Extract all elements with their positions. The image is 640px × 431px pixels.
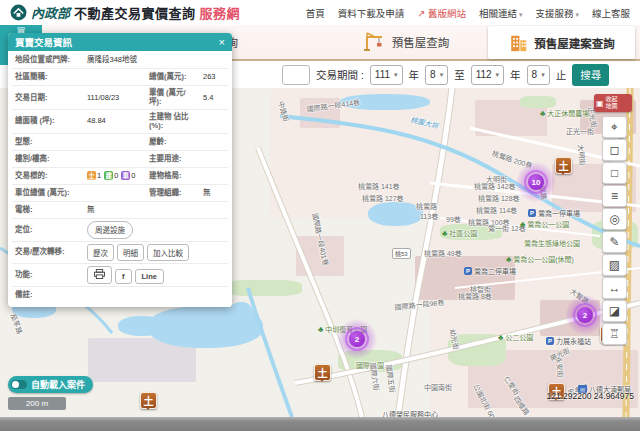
map-label-text: 鶯喬公一公園(休閒) bbox=[513, 254, 574, 264]
map-label-text: 桃鶯路 49巷 bbox=[424, 248, 462, 258]
transaction-type-badge: 建 bbox=[104, 171, 113, 180]
nav-item[interactable]: 首頁 bbox=[306, 6, 325, 20]
building-icon bbox=[508, 33, 529, 53]
collapse-map-button[interactable]: ▣ 收起地圖 bbox=[594, 94, 632, 112]
map-label-text: 中園南街 bbox=[424, 382, 452, 392]
map-coordinates: 121.292200 24.964975 bbox=[547, 391, 634, 401]
land-transaction-marker[interactable]: 土 bbox=[140, 392, 157, 409]
map-label-text: 社區公園 bbox=[449, 228, 477, 238]
tab-presale-query[interactable]: 預售屋查詢 bbox=[330, 25, 480, 59]
nearby-facilities-button[interactable]: 周邊設施 bbox=[87, 221, 133, 239]
land-transaction-marker[interactable]: 土 bbox=[314, 364, 331, 381]
map-label: 桃鶯路 114巷 bbox=[476, 205, 517, 215]
map-toolbar: ⌖◻□≡◎✎▨↔◪♖ bbox=[602, 116, 628, 345]
detail-row: 定位:周邊設施 bbox=[12, 219, 228, 242]
nav-item[interactable]: 線上客服 bbox=[592, 6, 630, 20]
select-area-tool-icon[interactable]: □ bbox=[602, 162, 627, 184]
tab-presale-project-query[interactable]: 預售屋建案查詢 bbox=[488, 26, 635, 59]
map-label-text: 鶯喬公一公園 bbox=[527, 219, 569, 229]
search-button[interactable]: 搜尋 bbox=[572, 64, 609, 86]
nav-item[interactable]: 資料下載及申請 bbox=[338, 6, 405, 20]
map-label-text: 公二公園 bbox=[505, 332, 533, 342]
cluster-count: 2 bbox=[577, 307, 593, 323]
field-value: 土1建0車0 bbox=[84, 169, 146, 183]
cluster-marker[interactable]: 2 bbox=[337, 319, 377, 359]
map-label-text: 桃鶯路 8巷 bbox=[458, 291, 492, 301]
field-value: 48.84 bbox=[84, 114, 146, 127]
locate-tool-icon[interactable]: ◎ bbox=[602, 208, 627, 230]
detail-button[interactable]: 明細 bbox=[117, 244, 144, 261]
end-label: 止 bbox=[556, 67, 567, 82]
field-value bbox=[84, 157, 146, 161]
map-label-text: 桃鶯路 127巷 bbox=[362, 193, 404, 203]
field-value bbox=[200, 174, 228, 178]
facebook-share-button[interactable]: f bbox=[115, 269, 132, 284]
map-label-text: 桃鶯路 128巷 bbox=[478, 193, 520, 203]
map-label: 桃53 bbox=[392, 248, 411, 259]
historic-site-tool-icon[interactable]: ♖ bbox=[602, 323, 627, 345]
field-label: 定位: bbox=[12, 223, 84, 236]
draw-tool-icon[interactable]: ✎ bbox=[602, 231, 627, 253]
close-icon[interactable]: × bbox=[219, 37, 225, 48]
collapse-icon: ▣ bbox=[596, 99, 604, 108]
site-logo[interactable]: 內政部 不動產交易實價查詢 服務網 bbox=[10, 3, 240, 22]
map-label: 大明街 bbox=[576, 144, 588, 166]
field-value bbox=[84, 191, 146, 195]
map-label: 桃鶯路 141巷 bbox=[358, 181, 400, 191]
field-label: 型態: bbox=[12, 135, 84, 148]
from-year-value: 111 bbox=[375, 69, 390, 80]
detail-row: 電梯:無 bbox=[12, 202, 228, 219]
from-year-select[interactable]: 111▾ bbox=[370, 65, 403, 85]
district-select-partial[interactable] bbox=[282, 65, 310, 85]
nav-item[interactable]: ↗ 舊版網站 bbox=[417, 6, 466, 20]
print-button[interactable] bbox=[87, 266, 112, 284]
field-label: 社區簡稱: bbox=[12, 70, 84, 83]
tree-icon: ♣ bbox=[506, 255, 511, 264]
parking-icon: P bbox=[528, 209, 536, 217]
auto-load-toggle[interactable]: 自動載入案件 bbox=[8, 376, 93, 393]
cluster-marker[interactable]: 2 bbox=[565, 295, 605, 335]
parking-icon: P bbox=[546, 337, 554, 345]
from-month-value: 8 bbox=[430, 69, 436, 80]
top-nav: 首頁資料下載及申請↗ 舊版網站相關連結▾支援服務▾線上客服 bbox=[306, 6, 630, 20]
eraser-tool-icon[interactable]: ◪ bbox=[602, 300, 627, 322]
detail-row: 社區簡稱:總價(萬元):263 bbox=[12, 69, 228, 86]
field-label: 車位總價 (萬元): bbox=[12, 186, 84, 199]
field-label: 備註: bbox=[12, 288, 84, 301]
field-value: 無 bbox=[84, 203, 228, 216]
collapse-label: 收起地圖 bbox=[606, 96, 620, 110]
map-label: 桃鶯路 49巷 bbox=[424, 248, 462, 258]
map-label-text: 桃鶯路 142巷 bbox=[474, 181, 516, 191]
add-compare-button[interactable]: 加入比較 bbox=[147, 244, 189, 261]
to-year-select[interactable]: 112▾ bbox=[471, 65, 504, 85]
map-pin-tool-icon[interactable]: ⌖ bbox=[602, 116, 627, 138]
map-label: 桃鶯路 127巷 bbox=[362, 193, 404, 203]
from-month-select[interactable]: 8▾ bbox=[425, 65, 448, 85]
nav-item[interactable]: 支援服務▾ bbox=[535, 6, 579, 20]
map-label: ♣大正休閒農場 bbox=[540, 108, 589, 118]
map-label: 桃鶯路 8巷 bbox=[458, 291, 492, 301]
map-label: ♣鶯喬公一公園(休閒) bbox=[506, 254, 574, 264]
history-button[interactable]: 歷次 bbox=[87, 244, 114, 261]
field-label: 總面積 (坪): bbox=[12, 114, 84, 127]
chevron-down-icon: ▾ bbox=[575, 11, 579, 18]
detail-row: 備註: bbox=[12, 287, 228, 304]
map-label: ♣社區公園 bbox=[442, 228, 477, 238]
cluster-marker[interactable]: 10 bbox=[516, 162, 556, 202]
layers-tool-icon[interactable]: ≡ bbox=[602, 185, 627, 207]
map-label-text: 力展永福站 bbox=[556, 336, 591, 346]
line-share-button[interactable]: Line bbox=[135, 269, 164, 284]
popup-header: 買賣交易資訊 × bbox=[8, 33, 232, 51]
field-label: 樓別/樓高: bbox=[12, 152, 84, 165]
measure-distance-tool-icon[interactable]: ↔ bbox=[602, 277, 627, 299]
to-month-select[interactable]: 8▾ bbox=[527, 65, 550, 85]
chevron-down-icon: ▾ bbox=[519, 11, 523, 18]
select-rectangle-tool-icon[interactable]: ◻ bbox=[602, 139, 627, 161]
land-transaction-marker[interactable]: 土 bbox=[555, 157, 572, 174]
site-title-suffix: 服務網 bbox=[200, 3, 241, 22]
field-value: 5.4 bbox=[200, 91, 228, 104]
nav-item[interactable]: 相關連結▾ bbox=[479, 6, 523, 20]
measure-area-tool-icon[interactable]: ▨ bbox=[602, 254, 627, 276]
detail-row: 交易日期:111/08/23單價 (萬元/坪):5.4 bbox=[12, 86, 228, 110]
map-label-text: 永安街 bbox=[554, 356, 566, 378]
